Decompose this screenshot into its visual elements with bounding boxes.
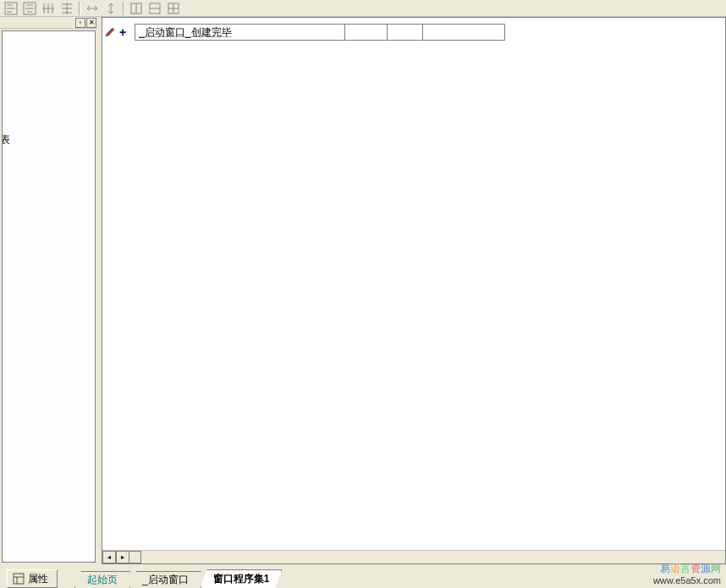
watermark-line2: www.e5a5x.com [653, 575, 721, 586]
bottom-bar: 属性 起始页 _启动窗口 窗口程序集1 [0, 564, 726, 588]
editor-wrap: + _启动窗口_创建完毕 ◂ ▸ [102, 17, 726, 564]
left-panel: ▫ ✕ 表 [0, 17, 97, 564]
svg-rect-25 [14, 574, 24, 584]
scroll-right-icon[interactable]: ▸ [116, 551, 129, 563]
distribute-h-icon[interactable] [39, 1, 58, 16]
editor-cells: _启动窗口_创建完毕 [135, 24, 505, 41]
proc-cell-2[interactable] [344, 24, 387, 41]
width-icon[interactable] [83, 1, 102, 16]
scroll-track[interactable] [129, 551, 141, 563]
grid-2-icon[interactable] [146, 1, 164, 16]
proc-name-text: _启动窗口_创建完毕 [139, 25, 231, 40]
tab-label: 窗口程序集1 [213, 572, 270, 586]
toolbar [0, 0, 726, 17]
toolbar-separator [79, 2, 80, 15]
tab-label: 起始页 [87, 573, 118, 587]
properties-label: 属性 [28, 572, 48, 586]
distribute-v-icon[interactable] [58, 1, 76, 16]
panel-dock-icon[interactable]: ▫ [75, 18, 85, 28]
properties-icon [13, 573, 25, 585]
height-icon[interactable] [102, 1, 120, 16]
scroll-left-icon[interactable]: ◂ [102, 551, 116, 563]
tab-start-page[interactable]: 起始页 [74, 571, 130, 588]
watermark-line1: 易语言资源网 [653, 563, 721, 574]
watermark: 易语言资源网 www.e5a5x.com [653, 563, 721, 586]
horizontal-scrollbar: ◂ ▸ [102, 550, 725, 563]
panel-close-icon[interactable]: ✕ [86, 18, 96, 28]
pencil-icon [104, 26, 116, 38]
grid-1-icon[interactable] [127, 1, 146, 16]
editor-row: + _启动窗口_创建完毕 [104, 24, 505, 41]
align-left-icon[interactable] [2, 1, 20, 16]
code-editor[interactable]: + _启动窗口_创建完毕 ◂ ▸ [102, 17, 726, 564]
properties-tab[interactable]: 属性 [7, 569, 58, 588]
tab-label: _启动窗口 [142, 573, 189, 587]
toolbar-separator [123, 2, 124, 15]
panel-clipped-text: 表 [2, 133, 10, 147]
expand-icon[interactable]: + [119, 26, 126, 38]
main-area: ▫ ✕ 表 + _启动窗口_创建完毕 [0, 17, 726, 564]
grid-3-icon[interactable] [164, 1, 183, 16]
align-center-icon[interactable] [20, 1, 39, 16]
proc-cell-4[interactable] [422, 24, 505, 41]
proc-cell-3[interactable] [387, 24, 422, 41]
panel-body: 表 [2, 30, 96, 563]
panel-header: ▫ ✕ [0, 17, 97, 29]
proc-name-cell[interactable]: _启动窗口_创建完毕 [135, 24, 344, 41]
tab-window-proc-set[interactable]: 窗口程序集1 [201, 569, 283, 588]
tab-startup-window[interactable]: _启动窗口 [129, 571, 201, 588]
document-tabs: 起始页 _启动窗口 窗口程序集1 [74, 569, 281, 588]
